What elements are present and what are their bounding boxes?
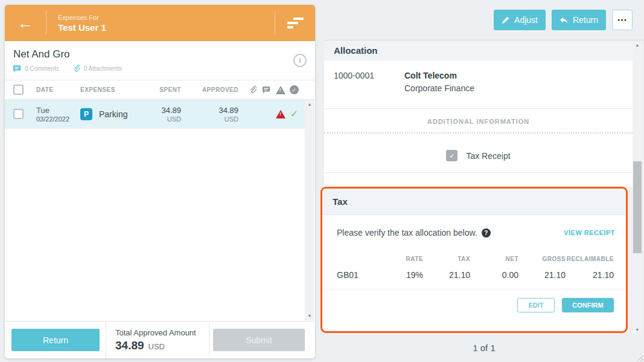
return-expense-button[interactable]: Return <box>552 10 606 30</box>
expense-table-header: DATE EXPENSES SPENT APPROVED ! ✓ <box>5 80 315 100</box>
scroll-down-arrow[interactable]: ▼ <box>305 311 314 320</box>
submit-button[interactable]: Submit <box>213 329 305 351</box>
tax-receipt-checkbox[interactable]: ✓ <box>446 150 457 161</box>
allocation-row[interactable]: 1000-0001 Colt Telecom Corporate Finance <box>324 60 633 108</box>
ellipsis-icon: ●●● <box>617 18 627 22</box>
section-spacer <box>324 173 633 187</box>
select-all-checkbox[interactable] <box>13 85 24 95</box>
report-name: Net And Gro <box>13 48 315 60</box>
header-titles: Expenses For Test User 1 <box>58 14 275 33</box>
comments-count[interactable]: 0 Comments <box>25 65 59 72</box>
tax-column-net: NET <box>470 256 518 262</box>
expense-name: Parking <box>99 109 127 119</box>
tax-instruction: Please verify the tax allocation below. <box>337 228 477 238</box>
tax-actions: EDIT CONFIRM <box>322 289 626 312</box>
column-approved[interactable]: APPROVED <box>181 86 238 93</box>
row-spent: 34.89 USD <box>139 106 181 123</box>
pagination: 1 of 1 <box>324 335 644 353</box>
row-expense: P Parking <box>80 108 139 120</box>
scroll-up-arrow[interactable]: ▲ <box>633 40 642 50</box>
expenses-header: ← Expenses For Test User 1 <box>5 5 315 41</box>
row-checkbox[interactable] <box>13 109 24 119</box>
tax-column-tax: TAX <box>423 256 470 262</box>
tax-column-reclaimable: RECLAIMABLE <box>566 256 614 262</box>
dotted-divider <box>324 132 633 134</box>
return-report-button[interactable]: Return <box>11 329 100 351</box>
header-subtitle: Expenses For <box>58 14 275 21</box>
tax-table-row: GB01 19% 21.10 0.00 21.10 21.10 <box>322 270 626 280</box>
row-approved: 34.89 USD <box>181 106 238 123</box>
tax-receipt-row: ✓ Tax Receipt <box>324 150 633 161</box>
tax-table-header: RATE TAX NET GROSS RECLAIMABLE <box>322 256 626 262</box>
report-footer: Return Total Approved Amount 34.89 USD S… <box>5 321 315 358</box>
pencil-icon <box>502 16 510 24</box>
adjust-button[interactable]: Adjust <box>494 10 546 30</box>
view-receipt-link[interactable]: VIEW RECEIPT <box>564 229 615 236</box>
tax-net-value: 0.00 <box>470 270 518 280</box>
detail-panel: Adjust Return ●●● Allocation 1000-0001 C… <box>320 0 644 362</box>
reply-arrow-icon <box>560 16 569 24</box>
header-divider <box>46 11 46 35</box>
total-approved-label: Total Approved Amount <box>115 328 209 337</box>
tax-code: GB01 <box>322 270 376 280</box>
tax-rate-value: 19% <box>376 270 423 280</box>
tax-column-gross: GROSS <box>518 256 566 262</box>
tax-reclaimable-value: 21.10 <box>566 270 614 280</box>
attachments-count[interactable]: 0 Attachments <box>84 65 122 72</box>
right-scrollbar[interactable]: ▲ ▼ <box>633 40 642 334</box>
resize-grip-icon[interactable] <box>637 355 643 361</box>
more-actions-button[interactable]: ●●● <box>612 10 633 30</box>
tax-section-header: Tax <box>322 189 626 215</box>
warning-column-icon[interactable]: ! <box>276 86 285 94</box>
allocation-department: Corporate Finance <box>404 83 474 93</box>
allocation-detail: Colt Telecom Corporate Finance <box>404 71 474 108</box>
scrollbar-thumb[interactable] <box>633 161 642 253</box>
left-scrollbar[interactable]: ▲ ▼ <box>305 100 314 320</box>
column-expenses[interactable]: EXPENSES <box>80 86 139 93</box>
scroll-up-arrow[interactable]: ▲ <box>305 100 314 109</box>
approved-column-icon[interactable]: ✓ <box>290 85 299 94</box>
tax-section-highlighted: Tax Please verify the tax allocation bel… <box>320 187 628 333</box>
allocation-title: Allocation <box>334 45 378 56</box>
row-status-icons: ! ✓ <box>248 108 299 120</box>
column-spent[interactable]: SPENT <box>139 86 181 93</box>
row-date: Tue 03/22/2022 <box>36 106 80 123</box>
column-date[interactable]: DATE <box>36 86 80 93</box>
comments-icon <box>13 65 21 73</box>
detail-toolbar: Adjust Return ●●● <box>320 0 644 40</box>
header-user-name: Test User 1 <box>58 22 275 33</box>
additional-information-section: ADDITIONAL INFORMATION ✓ Tax Receipt <box>324 108 633 173</box>
edit-button[interactable]: EDIT <box>517 298 555 312</box>
help-icon[interactable]: ? <box>482 228 491 238</box>
total-approved-block: Total Approved Amount 34.89 USD <box>106 328 209 352</box>
report-meta: 0 Comments 0 Attachments <box>13 65 315 73</box>
info-button[interactable]: i <box>293 54 307 67</box>
warning-icon[interactable]: ! <box>276 110 285 118</box>
tax-title: Tax <box>333 196 348 207</box>
comments-column-icon[interactable] <box>262 86 271 94</box>
scroll-down-arrow[interactable]: ▼ <box>633 325 642 334</box>
tax-column-rate: RATE <box>376 256 423 262</box>
sort-button[interactable] <box>275 5 315 41</box>
allocation-code: 1000-0001 <box>334 71 404 108</box>
approved-check-icon: ✓ <box>290 108 299 120</box>
tax-receipt-label: Tax Receipt <box>466 151 510 161</box>
report-header: Net And Gro 0 Comments 0 Attachments i <box>5 41 315 80</box>
attachments-column-icon[interactable] <box>248 86 257 94</box>
tax-gross-value: 21.10 <box>518 270 566 280</box>
tax-tax-value: 21.10 <box>423 270 470 280</box>
back-button[interactable]: ← <box>5 5 46 41</box>
additional-information-label: ADDITIONAL INFORMATION <box>324 118 633 125</box>
info-icon: i <box>299 57 301 64</box>
expenses-panel: ← Expenses For Test User 1 Net And Gro 0… <box>5 5 315 358</box>
tax-verify-row: Please verify the tax allocation below. … <box>322 215 626 238</box>
paperclip-icon <box>72 65 80 73</box>
parking-category-icon: P <box>80 108 92 120</box>
allocation-company: Colt Telecom <box>404 71 474 80</box>
sort-icon <box>287 16 304 30</box>
expense-row[interactable]: Tue 03/22/2022 P Parking 34.89 USD 34.89… <box>5 100 305 129</box>
confirm-button[interactable]: CONFIRM <box>562 298 614 312</box>
expense-list: Tue 03/22/2022 P Parking 34.89 USD 34.89… <box>5 100 315 321</box>
column-icons: ! ✓ <box>248 85 299 94</box>
total-approved-currency: USD <box>148 342 165 351</box>
